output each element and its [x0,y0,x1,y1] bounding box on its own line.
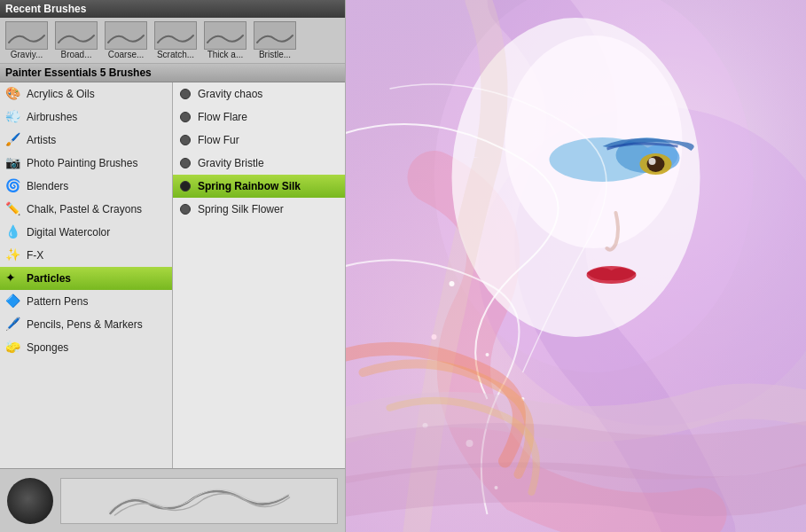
category-icon-acrylics: 🎨 [5,86,21,102]
category-label: Airbrushes [27,111,77,123]
variant-dot [180,158,191,168]
svg-point-14 [450,281,455,286]
variant-label: Spring Silk Flower [198,203,284,215]
variant-item-flow-fur[interactable]: Flow Fur [173,129,345,152]
variant-label: Gravity Bristle [198,157,264,169]
brush-preview-thumbnail [5,21,48,50]
category-item-pattern-pens[interactable]: 🔷 Pattern Pens [0,290,172,313]
category-item-blenders[interactable]: 🌀 Blenders [0,175,172,198]
category-icon-chalk: ✏️ [5,201,21,217]
category-label: Artists [27,134,56,146]
category-icon-artists: 🖌️ [5,132,21,148]
category-label: Sponges [27,341,68,354]
category-icon-digital-watercolor: 💧 [5,224,21,240]
brush-preview-thumbnail [105,21,147,50]
variant-item-spring-rainbow-silk[interactable]: Spring Rainbow Silk [173,175,345,198]
category-item-airbrushes[interactable]: 💨 Airbrushes [0,106,172,129]
category-label: Photo Painting Brushes [27,157,137,169]
svg-point-20 [432,334,437,340]
variant-dot [180,204,191,215]
variant-label: Flow Flare [198,111,247,123]
recent-brush-item[interactable]: Thick a... [202,21,248,59]
category-item-acrylics[interactable]: 🎨 Acrylics & Oils [0,82,172,106]
variants-column[interactable]: Gravity chaos Flow Flare Flow Fur Gravit… [173,82,345,468]
recent-brush-item[interactable]: Broad... [53,21,99,59]
recent-brush-item[interactable]: Coarse... [103,21,149,59]
category-icon-pattern-pens: 🔷 [5,293,21,309]
svg-point-11 [647,156,665,172]
categories-column[interactable]: 🎨 Acrylics & Oils 💨 Airbrushes 🖌️ Artist… [0,82,173,468]
recent-brush-label: Graviy... [4,50,50,59]
brush-stroke-preview [60,478,338,524]
recent-brush-item[interactable]: Scratch... [153,21,199,59]
category-label: Blenders [27,180,68,192]
left-panel: Recent Brushes Graviy... Broad... [0,0,346,532]
category-item-artists[interactable]: 🖌️ Artists [0,129,172,152]
category-item-pencils[interactable]: 🖊️ Pencils, Pens & Markers [0,313,172,336]
variant-label: Flow Fur [198,134,239,146]
category-label: Digital Watercolor [27,226,110,239]
category-item-sponges[interactable]: 🧽 Sponges [0,336,172,359]
variant-item-gravity-bristle[interactable]: Gravity Bristle [173,152,345,175]
recent-brush-item[interactable]: Bristle... [252,21,298,59]
category-icon-blenders: 🌀 [5,178,21,194]
category-item-photo-painting[interactable]: 📷 Photo Painting Brushes [0,152,172,175]
brush-stroke-svg [61,480,337,522]
brush-preview-thumbnail [204,21,246,50]
brush-preview-thumbnail [154,21,197,50]
recent-brush-label: Broad... [53,50,99,59]
category-item-particles[interactable]: ✦ Particles [0,267,172,290]
essentials-header: Painter Essentials 5 Brushes [0,64,345,82]
bottom-preview [0,468,345,532]
recent-brush-label: Bristle... [252,50,298,59]
recent-brush-label: Coarse... [103,50,149,59]
recent-brush-item[interactable]: Graviy... [4,21,50,59]
category-item-digital-watercolor[interactable]: 💧 Digital Watercolor [0,221,172,244]
category-label: F-X [27,249,43,262]
variant-dot [180,181,191,192]
category-label: Pattern Pens [27,295,88,308]
category-label: Acrylics & Oils [27,88,95,100]
category-item-fx[interactable]: ✨ F-X [0,244,172,267]
right-panel [346,0,806,532]
variant-dot [180,89,191,99]
category-item-chalk[interactable]: ✏️ Chalk, Pastel & Crayons [0,198,172,221]
brush-list-area: 🎨 Acrylics & Oils 💨 Airbrushes 🖌️ Artist… [0,82,345,468]
recent-brushes-title: Recent Brushes [5,3,86,15]
category-label: Chalk, Pastel & Crayons [27,203,142,215]
category-icon-airbrushes: 💨 [5,109,21,125]
variant-item-spring-silk-flower[interactable]: Spring Silk Flower [173,198,345,221]
category-label: Particles [27,272,71,285]
recent-brush-label: Thick a... [202,50,248,59]
brush-circle-preview [7,478,53,524]
essentials-title: Painter Essentials 5 Brushes [5,66,152,79]
svg-point-12 [649,158,656,165]
variant-dot [180,112,191,122]
category-icon-photo-painting: 📷 [5,155,21,171]
recent-brushes-items: Graviy... Broad... Coarse... Scratch.. [0,18,345,63]
brush-preview-thumbnail [55,21,98,50]
category-icon-particles: ✦ [5,270,21,286]
category-label: Pencils, Pens & Markers [27,318,143,331]
variant-label: Gravity chaos [198,88,262,100]
variant-item-flow-flare[interactable]: Flow Flare [173,106,345,129]
category-icon-pencils: 🖊️ [5,317,21,332]
variant-dot [180,135,191,145]
recent-brushes-section: Recent Brushes Graviy... Broad... [0,0,345,64]
category-icon-fx: ✨ [5,247,21,263]
variant-item-gravity-chaos[interactable]: Gravity chaos [173,82,345,106]
svg-point-15 [486,353,489,356]
recent-brushes-header: Recent Brushes [0,0,345,18]
brush-preview-thumbnail [254,21,296,50]
recent-brush-label: Scratch... [153,50,199,59]
category-icon-sponges: 🧽 [5,340,21,356]
artwork-svg [346,0,806,532]
variant-label: Spring Rainbow Silk [198,180,301,192]
